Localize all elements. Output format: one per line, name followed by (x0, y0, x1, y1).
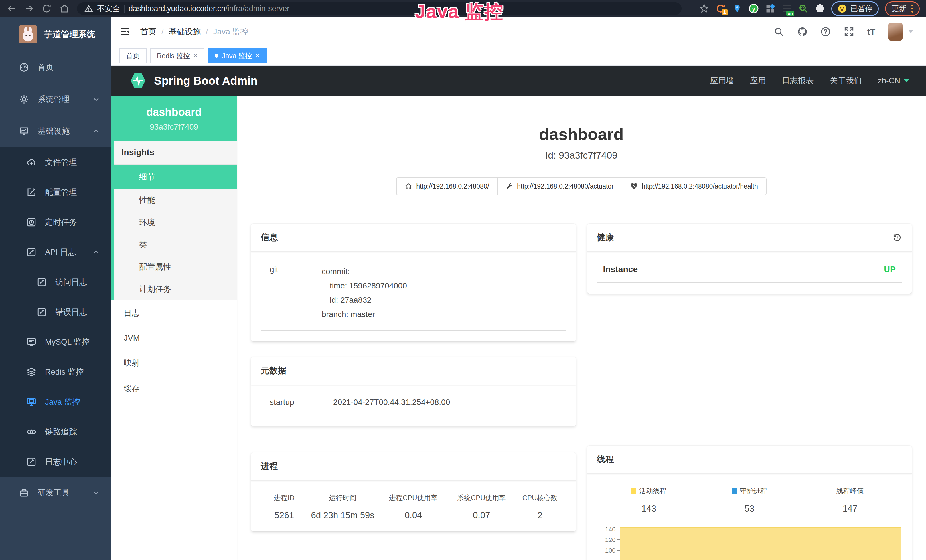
sidebar-item-api-log[interactable]: API 日志 (0, 237, 111, 267)
instance-details-content: dashboard Id: 93a3fc7f7409 http://192.16… (237, 96, 926, 560)
legend-live-threads: 活动线程 (599, 486, 699, 495)
sidebar-item-file-management[interactable]: 文件管理 (0, 147, 111, 177)
back-icon[interactable] (6, 3, 17, 14)
url-host: dashboard.yudao.iocoder.cn (129, 4, 225, 13)
sba-brand-title[interactable]: Spring Boot Admin (154, 74, 257, 87)
extension-grid-icon[interactable] (765, 3, 775, 14)
home-icon[interactable] (59, 3, 70, 14)
profile-paused-badge[interactable]: 已暂停 (831, 2, 879, 16)
help-icon[interactable] (820, 27, 831, 37)
sba-language-select[interactable]: zh-CN (878, 76, 909, 85)
health-url-button[interactable]: http://192.168.0.2:48080/actuator/health (622, 177, 767, 195)
threads-card: 线程 活动线程 守护进程 (587, 446, 912, 560)
sidebar-item-config-management[interactable]: 配置管理 (0, 177, 111, 207)
sba-nav-journal[interactable]: 日志报表 (782, 75, 814, 86)
instance-app-name: dashboard (114, 106, 234, 118)
sidebar-item-tracing[interactable]: 链路追踪 (0, 417, 111, 447)
sidebar-item-label: API 日志 (45, 247, 76, 257)
process-card: 进程 进程ID 运行时间 进程CPU使用率 系统CPU使用率 CPU核心数 (251, 453, 576, 531)
breadcrumb-home[interactable]: 首页 (140, 26, 156, 37)
chevron-down-icon (92, 95, 100, 103)
insights-item-details[interactable]: 细节 (114, 165, 237, 189)
insights-item-metrics[interactable]: 性能 (114, 189, 237, 211)
layers-icon (26, 367, 36, 377)
extension-y-icon[interactable]: y (749, 3, 759, 14)
insights-item-classes[interactable]: 类 (114, 234, 237, 256)
instance-item-logs[interactable]: 日志 (111, 300, 237, 326)
instance-id: 93a3fc7f7409 (114, 123, 234, 132)
threads-legend: 活动线程 守护进程 线程峰值 (599, 486, 900, 495)
health-status-badge: UP (884, 265, 896, 274)
avatar-dropdown-caret-icon[interactable] (908, 30, 914, 33)
threads-card-title: 线程 (587, 446, 912, 474)
paused-label: 已暂停 (850, 4, 873, 14)
instance-item-caches[interactable]: 缓存 (111, 376, 237, 401)
dashboard-gauge-icon (19, 62, 29, 73)
surprised-emoji-icon (837, 4, 847, 14)
gear-icon (19, 94, 29, 104)
info-card: 信息 git commit: time: 1596289704000 id: 2… (251, 224, 576, 342)
insights-item-scheduled-tasks[interactable]: 计划任务 (114, 278, 237, 300)
sidebar-item-label: 访问日志 (55, 277, 87, 288)
fullscreen-icon[interactable] (844, 27, 854, 37)
tab-home[interactable]: 首页 (119, 48, 147, 64)
search-icon[interactable] (774, 27, 784, 37)
sidebar-item-home[interactable]: 首页 (0, 51, 111, 83)
sidebar-item-mysql-monitor[interactable]: MySQL 监控 (0, 327, 111, 357)
instance-sidebar: dashboard 93a3fc7f7409 Insights 细节 性能 环境… (111, 96, 237, 560)
font-size-icon[interactable]: tT (867, 27, 875, 36)
forward-icon[interactable] (24, 3, 34, 14)
sidebar-item-redis-monitor[interactable]: Redis 监控 (0, 357, 111, 387)
bookmark-star-icon[interactable] (699, 3, 709, 14)
sba-nav-applications[interactable]: 应用 (750, 75, 766, 86)
extension-tabs-on-icon[interactable]: on (782, 3, 792, 14)
threads-chart: 140 120 100 (597, 524, 902, 560)
extension-on-badge: on (786, 11, 794, 16)
app-logo-row[interactable]: 芋道管理系统 (0, 17, 111, 51)
metadata-card: 元数据 startup 2021-04-27T00:44:31.254+08:0… (251, 357, 576, 426)
update-browser-button[interactable]: 更新 (885, 2, 920, 16)
infrastructure-submenu: 文件管理 配置管理 定时任务 API 日志 访问日志 错误日志 (0, 147, 111, 477)
sidebar-item-error-log[interactable]: 错误日志 (0, 297, 111, 327)
user-avatar[interactable] (888, 23, 903, 41)
metadata-key: startup (265, 398, 333, 407)
close-icon[interactable]: × (256, 51, 260, 60)
extension-search-icon[interactable] (798, 3, 808, 14)
job-history-icon (26, 217, 36, 227)
history-icon[interactable] (892, 233, 902, 242)
github-icon[interactable] (797, 27, 807, 37)
sidebar-item-label: 研发工具 (38, 487, 70, 498)
process-id-value: 5261 (262, 510, 306, 521)
close-icon[interactable]: × (194, 51, 198, 60)
sidebar-item-infrastructure[interactable]: 基础设施 (0, 115, 111, 147)
tab-java-monitor[interactable]: Java 监控 × (208, 48, 267, 64)
sidebar-item-scheduled-jobs[interactable]: 定时任务 (0, 207, 111, 237)
sidebar-item-java-monitor[interactable]: Java 监控 (0, 387, 111, 417)
insights-item-config-props[interactable]: 配置属性 (114, 256, 237, 278)
extension-sync-icon[interactable]: 1 (716, 3, 726, 14)
breadcrumb-infrastructure[interactable]: 基础设施 (169, 26, 201, 37)
url-bar[interactable]: 不安全 dashboard.yudao.iocoder.cn/infra/adm… (77, 2, 682, 15)
instance-item-mappings[interactable]: 映射 (111, 350, 237, 376)
sidebar-item-system[interactable]: 系统管理 (0, 83, 111, 115)
sidebar-item-dev-tools[interactable]: 研发工具 (0, 477, 111, 509)
breadcrumb-separator: / (206, 27, 208, 36)
insights-item-environment[interactable]: 环境 (114, 211, 237, 234)
instance-item-jvm[interactable]: JVM (111, 326, 237, 350)
sidebar-toggle-hamburger-icon[interactable] (119, 26, 131, 37)
sba-nav-wallboard[interactable]: 应用墙 (710, 75, 734, 86)
extensions-puzzle-icon[interactable] (815, 3, 825, 14)
health-heart-icon (630, 183, 638, 190)
sidebar-item-log-center[interactable]: 日志中心 (0, 447, 111, 477)
health-instance-label: Instance (603, 265, 638, 274)
sidebar-item-access-log[interactable]: 访问日志 (0, 267, 111, 297)
not-secure-warning-icon (85, 4, 93, 13)
actuator-url-button[interactable]: http://192.168.0.2:48080/actuator (497, 177, 622, 195)
service-url-button[interactable]: http://192.168.0.2:48080/ (396, 177, 498, 195)
reload-icon[interactable] (42, 3, 52, 14)
extension-pin-icon[interactable] (732, 3, 742, 14)
sidebar-item-label: MySQL 监控 (45, 337, 89, 348)
sba-nav-about[interactable]: 关于我们 (830, 75, 862, 86)
browser-menu-kebab-icon[interactable] (910, 4, 914, 13)
tab-redis-monitor[interactable]: Redis 监控 × (150, 48, 204, 64)
